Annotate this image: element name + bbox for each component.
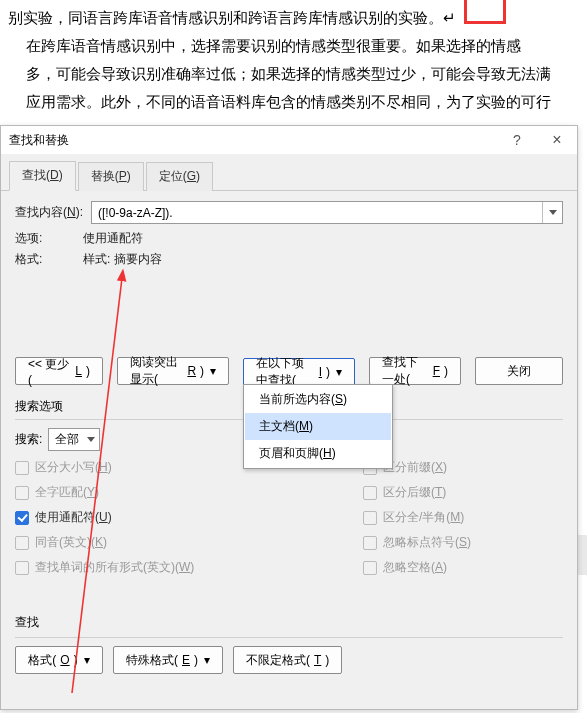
checkbox-wildcard[interactable] [15, 511, 29, 525]
fn-pre: 查找下一处( [382, 354, 429, 388]
scope-value: 全部 [55, 431, 79, 448]
format-label: 格式: [15, 251, 83, 268]
dialog-titlebar[interactable]: 查找和替换 ? × [1, 126, 577, 154]
hp-pre: 同音(英文)( [35, 535, 95, 549]
wd-pre: 区分全/半角( [383, 510, 450, 524]
fmt-suf: ) [74, 653, 78, 667]
format-button[interactable]: 格式(O) ▾ [15, 646, 103, 674]
doc-line-4: 应用需求。此外，不同的语音语料库包含的情感类别不尽相同，为了实验的可行 [8, 88, 579, 116]
nf-pre: 不限定格式( [246, 652, 310, 669]
scope-label: 搜索: [15, 431, 42, 448]
af-key: W [179, 560, 190, 574]
help-button[interactable]: ? [497, 126, 537, 154]
tab-replace[interactable]: 替换(P) [78, 162, 144, 191]
less-button[interactable]: << 更少(L) [15, 357, 103, 385]
find-in-button[interactable]: 在以下项中查找(I) ▾ [243, 358, 355, 386]
tab-find[interactable]: 查找(D) [9, 161, 76, 191]
options-col-right: 区分前缀(X) 区分后缀(T) 区分全/半角(M) 忽略标点符号(S) 忽略空格… [363, 459, 563, 576]
find-next-button[interactable]: 查找下一处(F) [369, 357, 461, 385]
options-col-left: 区分大小写(H) 全字匹配(Y) 使用通配符(U) 同音(英文)(K) 查找单词… [15, 459, 215, 576]
close-dialog-button[interactable]: 关闭 [475, 357, 563, 385]
pf-suf: ) [443, 460, 447, 474]
find-content-input[interactable] [92, 202, 542, 223]
menu-item-selection[interactable]: 当前所选内容(S) [245, 386, 391, 413]
dialog-tabs: 查找(D) 替换(P) 定位(G) [1, 154, 577, 191]
nf-key: T [314, 653, 321, 667]
tab-replace-pre: 替换( [91, 169, 119, 183]
opt-homophone: 同音(英文)(K) [15, 534, 215, 551]
mi3-pre: 页眉和页脚( [259, 446, 323, 460]
sf-pre: 区分后缀( [383, 485, 435, 499]
tab-goto-pre: 定位( [159, 169, 187, 183]
mi1-key: S [335, 392, 343, 406]
wc-pre: 使用通配符( [35, 510, 99, 524]
opt-all-forms: 查找单词的所有形式(英文)(W) [15, 559, 215, 576]
pf-key: X [435, 460, 443, 474]
sp-pre: 忽略空格( [383, 560, 435, 574]
chevron-down-icon: ▾ [84, 653, 90, 667]
find-content-label: 查找内容(N): [15, 204, 83, 221]
opt-wildcard[interactable]: 使用通配符(U) [15, 509, 215, 526]
whole-key: Y [87, 485, 95, 499]
close-button[interactable]: × [537, 126, 577, 154]
case-key: H [99, 460, 108, 474]
spc-key: E [182, 653, 190, 667]
sp-key: A [435, 560, 443, 574]
menu-item-main-doc[interactable]: 主文档(M) [245, 413, 391, 440]
wc-suf: ) [108, 510, 112, 524]
checkbox-space [363, 561, 377, 575]
no-format-button[interactable]: 不限定格式(T) [233, 646, 342, 674]
reading-highlight-button[interactable]: 阅读突出显示(R) ▾ [117, 357, 229, 385]
sf-suf: ) [442, 485, 446, 499]
tab-find-suf: ) [59, 168, 63, 182]
mi3-suf: ) [332, 446, 336, 460]
footer-find-label: 查找 [15, 614, 563, 631]
mi2-key: M [299, 419, 309, 433]
less-suf: ) [86, 364, 90, 378]
fn-suf: ) [444, 364, 448, 378]
doc-line-2: 在跨库语音情感识别中，选择需要识别的情感类型很重要。如果选择的情感 [8, 32, 579, 60]
mi2-suf: ) [309, 419, 313, 433]
tab-goto[interactable]: 定位(G) [146, 162, 213, 191]
pc-pre: 忽略标点符号( [383, 535, 459, 549]
dialog-title: 查找和替换 [9, 132, 69, 149]
chevron-down-icon [87, 437, 95, 442]
doc-line-1: 别实验，同语言跨库语音情感识别和跨语言跨库情感识别的实验。↵ [8, 4, 579, 32]
tab-replace-suf: ) [127, 169, 131, 183]
find-in-suf: ) [326, 365, 330, 379]
options-label: 选项: [15, 230, 83, 247]
chevron-down-icon: ▾ [210, 364, 216, 378]
options-value: 使用通配符 [83, 230, 143, 247]
find-label-key: N [67, 205, 76, 219]
special-format-button[interactable]: 特殊格式(E) ▾ [113, 646, 223, 674]
find-content-combo[interactable] [91, 201, 563, 224]
hp-key: K [95, 535, 103, 549]
scope-select[interactable]: 全部 [48, 428, 100, 451]
opt-case: 区分大小写(H) [15, 459, 215, 476]
wd-suf: ) [460, 510, 464, 524]
tab-find-pre: 查找( [22, 168, 50, 182]
fmt-pre: 格式( [28, 652, 56, 669]
menu-item-header-footer[interactable]: 页眉和页脚(H) [245, 440, 391, 467]
find-label-suf: ): [76, 205, 83, 219]
reading-pre: 阅读突出显示( [130, 354, 183, 388]
wd-key: M [450, 510, 460, 524]
af-suf: ) [190, 560, 194, 574]
chevron-down-icon [549, 210, 557, 215]
find-in-key: I [319, 365, 322, 379]
find-content-dropdown[interactable] [542, 202, 562, 223]
main-button-row: << 更少(L) 阅读突出显示(R) ▾ 在以下项中查找(I) ▾ 当前所选内容… [15, 356, 563, 386]
options-info-row: 选项: 使用通配符 [15, 230, 563, 247]
wc-key: U [99, 510, 108, 524]
checkbox-whole [15, 486, 29, 500]
find-in-menu: 当前所选内容(S) 主文档(M) 页眉和页脚(H) [243, 384, 393, 469]
doc-line-3: 多，可能会导致识别准确率过低；如果选择的情感类型过少，可能会导致无法满 [8, 60, 579, 88]
format-value: 样式: 摘要内容 [83, 251, 162, 268]
checkbox-homophone [15, 536, 29, 550]
mi2-pre: 主文档( [259, 419, 299, 433]
less-pre: << 更少( [28, 356, 71, 387]
tab-goto-key: G [187, 169, 196, 183]
tab-goto-suf: ) [196, 169, 200, 183]
case-pre: 区分大小写( [35, 460, 99, 474]
options-grid: 区分大小写(H) 全字匹配(Y) 使用通配符(U) 同音(英文)(K) 查找单词… [15, 459, 563, 576]
